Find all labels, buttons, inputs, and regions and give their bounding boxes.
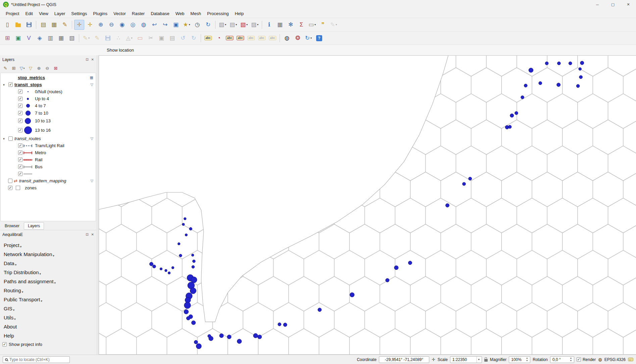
new-spatialite-layer-button[interactable]: ◈ (35, 33, 45, 43)
layer-checkbox[interactable]: ✓ (18, 111, 22, 115)
layer-tree-row[interactable]: ✓Bus (1, 163, 96, 170)
maximize-button[interactable]: ▢ (605, 0, 621, 9)
layer-checkbox[interactable]: ✓ (18, 158, 22, 162)
dropdown-arrow-icon[interactable]: ▾ (310, 37, 312, 40)
layer-tree-row[interactable]: ✓13 to 16 (1, 125, 96, 135)
new-virtual-layer-button[interactable]: ▥ (45, 33, 55, 43)
aeq-item-help[interactable]: Help (4, 331, 96, 340)
aeq-item-about[interactable]: About (4, 322, 96, 331)
rotation-spin-icons[interactable]: ▲▼ (570, 357, 572, 362)
layer-tree-row[interactable]: ✓Tram/Light Rail (1, 142, 96, 149)
menu-edit[interactable]: Edit (22, 10, 36, 17)
processing-history-button[interactable]: ↻▾ (303, 33, 313, 43)
open-attribute-table-button[interactable]: ▦ (275, 20, 285, 30)
locator-box[interactable] (3, 356, 70, 363)
processing-toolbox-button[interactable]: ✻ (286, 20, 296, 30)
select-features-by-value-button[interactable]: ▤▾ (228, 20, 238, 30)
zoom-full-button[interactable]: ◉ (117, 20, 127, 30)
aeq-item-utils[interactable]: Utils▾ (4, 313, 96, 322)
layer-checkbox[interactable]: ✓ (8, 186, 12, 190)
identify-features-button[interactable]: ℹ (264, 20, 274, 30)
new-project-button[interactable]: ▯ (2, 20, 12, 30)
magnifier-spinbox[interactable]: 100% ▲▼ (509, 356, 530, 363)
dropdown-arrow-icon[interactable]: ▾ (314, 23, 316, 26)
style-exchange-button[interactable]: ❂ (293, 33, 303, 43)
open-data-source-manager-button[interactable]: ⊞ (2, 33, 12, 43)
show-project-info-checkbox[interactable]: ✓ (2, 342, 7, 347)
dropdown-arrow-icon[interactable]: ▾ (131, 37, 133, 40)
new-shapefile-layer-button[interactable]: V (24, 33, 34, 43)
menu-view[interactable]: View (36, 10, 51, 17)
render-checkbox[interactable]: ✓ (577, 357, 581, 362)
aeq-item-routing[interactable]: Routing▾ (4, 286, 96, 295)
map-canvas[interactable] (99, 55, 636, 355)
dropdown-arrow-icon[interactable]: ▾ (88, 37, 90, 40)
scale-dropdown-icon[interactable]: ▾ (477, 357, 480, 363)
aeq-item-trip-distribution[interactable]: Trip Distribution▾ (4, 268, 96, 277)
menu-help[interactable]: Help (232, 10, 247, 17)
geocoder-search-button[interactable]: ◍ (282, 33, 292, 43)
zoom-last-button[interactable]: ↩ (149, 20, 159, 30)
coordinate-input[interactable] (381, 357, 427, 362)
minimize-button[interactable]: ─ (590, 0, 605, 9)
magnifier-spin-icons[interactable]: ▲▼ (526, 357, 528, 362)
dropdown-arrow-icon[interactable]: ▾ (246, 23, 248, 26)
pin-labels-button[interactable]: abc (225, 33, 235, 43)
close-button[interactable]: ✕ (621, 0, 636, 9)
layer-tree-row[interactable]: ✓Up to 4 (1, 95, 96, 102)
menu-web[interactable]: Web (173, 10, 188, 17)
layer-tree-row[interactable]: ✓10 to 13 (1, 117, 96, 125)
save-project-button[interactable] (24, 20, 34, 30)
log-messages-icon[interactable] (628, 358, 633, 361)
layer-tree-row[interactable]: ✓7 to 10 (1, 109, 96, 117)
rotation-spinbox[interactable]: 0,0 ° ▲▼ (550, 356, 574, 363)
menu-project[interactable]: Project (3, 10, 22, 17)
expander-icon[interactable]: ▾ (1, 83, 6, 86)
deselect-features-button[interactable]: ▧▾ (239, 20, 249, 30)
layer-checkbox[interactable] (8, 179, 12, 183)
pan-map-to-selection-button[interactable]: ✛ (85, 20, 95, 30)
show-bookmarks-button[interactable]: ★▾ (182, 20, 192, 30)
close-panel-icon[interactable]: ✕ (91, 233, 94, 236)
crs-value[interactable]: EPSG:4326 (604, 357, 626, 362)
filter-legend-button[interactable]: ▽ (27, 65, 34, 72)
render-check-row[interactable]: ✓ Render (577, 357, 596, 362)
filter-icon[interactable]: ▽ (91, 179, 93, 183)
dropdown-arrow-icon[interactable]: ▾ (23, 67, 25, 70)
menu-plugins[interactable]: Plugins (90, 10, 110, 17)
aeq-item-data[interactable]: Data▾ (4, 259, 96, 268)
add-group-button[interactable]: ⊞ (10, 65, 17, 72)
zoom-in-button[interactable]: ⊕ (96, 20, 106, 30)
layer-checkbox[interactable]: ✓ (18, 128, 22, 132)
layer-checkbox[interactable]: ✓ (18, 97, 22, 101)
manage-map-themes-button[interactable]: ▽▾ (18, 65, 26, 72)
zoom-native-button[interactable]: ▣ (171, 20, 181, 30)
crs-globe-icon[interactable]: ◍ (598, 357, 602, 362)
show-layout-manager-button[interactable]: ▦ (49, 20, 59, 30)
aeq-item-network-manipulation[interactable]: Network Manipulation▾ (4, 250, 96, 259)
dropdown-arrow-icon[interactable]: ▾ (189, 23, 190, 26)
layer-checkbox[interactable]: ✓ (18, 89, 22, 94)
new-print-layout-button[interactable]: ▤ (38, 20, 48, 30)
layer-checkbox[interactable] (8, 136, 13, 141)
expander-icon[interactable]: ▾ (1, 137, 6, 140)
menu-raster[interactable]: Raster (129, 10, 148, 17)
menu-vector[interactable]: Vector (110, 10, 129, 17)
layer-checkbox[interactable]: ✓ (18, 165, 22, 169)
temporal-controller-button[interactable]: ◷ (192, 20, 202, 30)
highlight-pinned-labels-button[interactable]: abc (235, 33, 245, 43)
zoom-out-button[interactable]: ⊖ (106, 20, 116, 30)
layer-tree-row-transit_routes[interactable]: ▾transit_routes▽ (1, 135, 96, 142)
locator-input[interactable] (9, 357, 67, 362)
layer-tree-row[interactable]: ✓ (1, 170, 96, 177)
layer-labeling-button[interactable]: abc (203, 33, 213, 43)
zoom-to-layer-button[interactable]: ◍ (139, 20, 149, 30)
measure-button[interactable]: ▭▾ (307, 20, 317, 30)
dropdown-arrow-icon[interactable]: ▾ (257, 23, 258, 26)
aeq-item-paths-and-assignment[interactable]: Paths and assignment▾ (4, 277, 96, 286)
menu-mesh[interactable]: Mesh (187, 10, 204, 17)
zoom-to-selection-button[interactable]: ◎ (128, 20, 138, 30)
map-tips-button[interactable]: ❞ (318, 20, 328, 30)
dock-splitter[interactable] (96, 55, 99, 355)
attribute-table-icon[interactable]: ▦ (90, 75, 93, 80)
